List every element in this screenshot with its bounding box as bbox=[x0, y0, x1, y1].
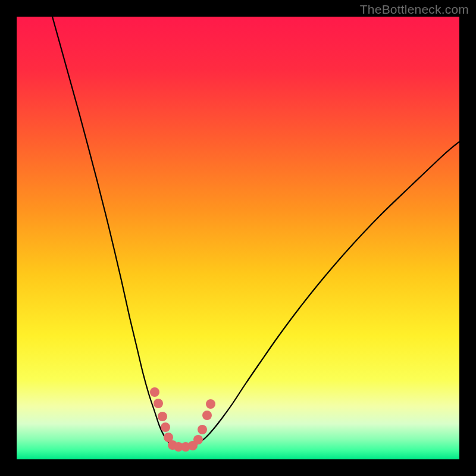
marker-point bbox=[150, 387, 159, 397]
marker-point bbox=[202, 411, 212, 420]
plot-area bbox=[17, 17, 459, 459]
marker-point bbox=[198, 425, 207, 434]
marker-point bbox=[154, 399, 163, 408]
marker-point bbox=[161, 422, 170, 432]
marker-point bbox=[206, 399, 215, 409]
marker-point bbox=[158, 412, 167, 421]
chart-frame: TheBottleneck.com bbox=[0, 0, 476, 476]
chart-svg bbox=[17, 17, 459, 459]
marker-point bbox=[193, 435, 203, 444]
watermark-text: TheBottleneck.com bbox=[360, 2, 469, 17]
gradient-background bbox=[17, 17, 459, 459]
